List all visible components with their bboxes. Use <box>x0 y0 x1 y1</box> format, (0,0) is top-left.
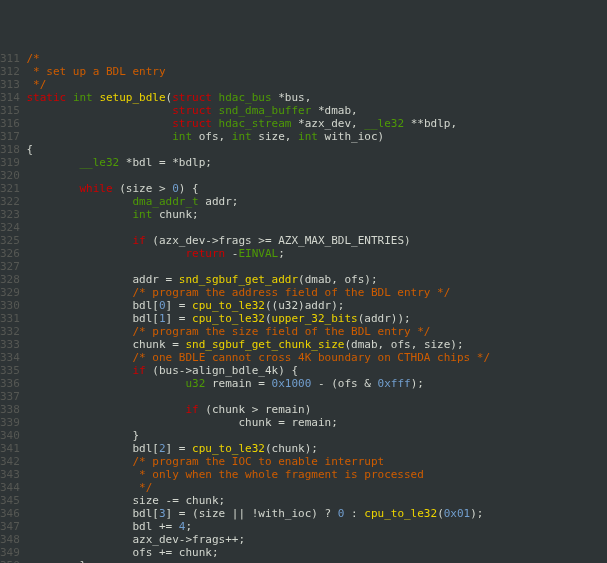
code-token <box>27 364 133 377</box>
line-number: 324 <box>0 221 27 234</box>
code-token: hdac_stream <box>219 117 292 130</box>
code-line[interactable]: 312 * set up a BDL entry <box>0 65 607 78</box>
code-line[interactable]: 329 /* program the address field of the … <box>0 286 607 299</box>
code-token: (chunk); <box>265 442 318 455</box>
code-token: 0 <box>172 182 179 195</box>
code-token: ofs += chunk; <box>27 546 219 559</box>
code-line[interactable]: 311 /* <box>0 52 607 65</box>
code-token: snd_sgbuf_get_addr <box>179 273 298 286</box>
code-line[interactable]: 318 { <box>0 143 607 156</box>
code-token <box>27 208 133 221</box>
line-number: 348 <box>0 533 27 546</box>
code-line[interactable]: 334 /* one BDLE cannot cross 4K boundary… <box>0 351 607 364</box>
code-token: 0x1000 <box>272 377 312 390</box>
code-token: 0xfff <box>378 377 411 390</box>
code-token: /* program the IOC to enable interrupt <box>132 455 384 468</box>
code-token: ( <box>437 507 444 520</box>
code-line[interactable]: 323 int chunk; <box>0 208 607 221</box>
code-line[interactable]: 314 static int setup_bdle(struct hdac_bu… <box>0 91 607 104</box>
code-line[interactable]: 336 u32 remain = 0x1000 - (ofs & 0xfff); <box>0 377 607 390</box>
code-line[interactable]: 349 ofs += chunk; <box>0 546 607 559</box>
code-token: if <box>132 364 145 377</box>
code-token: chunk = remain; <box>27 416 338 429</box>
code-line[interactable]: 340 } <box>0 429 607 442</box>
code-line[interactable]: 319 __le32 *bdl = *bdlp; <box>0 156 607 169</box>
code-line[interactable]: 317 int ofs, int size, int with_ioc) <box>0 130 607 143</box>
code-line[interactable]: 341 bdl[2] = cpu_to_le32(chunk); <box>0 442 607 455</box>
code-token: cpu_to_le32 <box>192 312 265 325</box>
code-line[interactable]: 343 * only when the whole fragment is pr… <box>0 468 607 481</box>
code-line[interactable]: 325 if (azx_dev->frags >= AZX_MAX_BDL_EN… <box>0 234 607 247</box>
code-line[interactable]: 338 if (chunk > remain) <box>0 403 607 416</box>
code-token: while <box>79 182 112 195</box>
code-token: 2 <box>159 442 166 455</box>
code-token: addr; <box>199 195 239 208</box>
code-line[interactable]: 346 bdl[3] = (size || !with_ioc) ? 0 : c… <box>0 507 607 520</box>
code-line[interactable]: 333 chunk = snd_sgbuf_get_chunk_size(dma… <box>0 338 607 351</box>
code-line[interactable]: 345 size -= chunk; <box>0 494 607 507</box>
code-line[interactable]: 326 return -EINVAL; <box>0 247 607 260</box>
code-token: int <box>232 130 252 143</box>
code-line[interactable]: 313 */ <box>0 78 607 91</box>
code-line[interactable]: 316 struct hdac_stream *azx_dev, __le32 … <box>0 117 607 130</box>
code-token: /* program the size field of the BDL ent… <box>132 325 430 338</box>
code-token: (addr)); <box>358 312 411 325</box>
code-token <box>212 104 219 117</box>
code-line[interactable]: 332 /* program the size field of the BDL… <box>0 325 607 338</box>
code-token: int <box>73 91 93 104</box>
code-token: EINVAL <box>238 247 278 260</box>
line-number: 343 <box>0 468 27 481</box>
line-number: 335 <box>0 364 27 377</box>
code-token: if <box>185 403 198 416</box>
code-line[interactable]: 344 */ <box>0 481 607 494</box>
code-token <box>27 286 133 299</box>
code-line[interactable]: 328 addr = snd_sgbuf_get_addr(dmab, ofs)… <box>0 273 607 286</box>
code-token: - <box>225 247 238 260</box>
code-line[interactable]: 339 chunk = remain; <box>0 416 607 429</box>
line-number: 333 <box>0 338 27 351</box>
line-number: 347 <box>0 520 27 533</box>
code-token: ((u32)addr); <box>265 299 344 312</box>
code-line[interactable]: 320 <box>0 169 607 182</box>
code-token <box>27 481 133 494</box>
code-token <box>27 156 80 169</box>
code-token: ] = <box>166 312 193 325</box>
line-number: 341 <box>0 442 27 455</box>
line-number: 344 <box>0 481 27 494</box>
code-viewport[interactable]: 311 /*312 * set up a BDL entry313 */314 … <box>0 52 607 563</box>
code-token: - (ofs & <box>311 377 377 390</box>
code-token: *dmab, <box>311 104 357 117</box>
code-token: ) { <box>179 182 199 195</box>
code-line[interactable]: 348 azx_dev->frags++; <box>0 533 607 546</box>
line-number: 322 <box>0 195 27 208</box>
code-line[interactable]: 321 while (size > 0) { <box>0 182 607 195</box>
code-token: with_ioc) <box>318 130 384 143</box>
code-token <box>27 234 133 247</box>
code-token <box>212 117 219 130</box>
code-line[interactable]: 337 <box>0 390 607 403</box>
line-number: 342 <box>0 455 27 468</box>
code-token: hdac_bus <box>219 91 272 104</box>
code-token: upper_32_bits <box>272 312 358 325</box>
code-token: */ <box>27 78 47 91</box>
code-token: snd_sgbuf_get_chunk_size <box>185 338 344 351</box>
code-token: * set up a BDL entry <box>27 65 166 78</box>
code-line[interactable]: 315 struct snd_dma_buffer *dmab, <box>0 104 607 117</box>
code-line[interactable]: 350 } <box>0 559 607 563</box>
line-number: 331 <box>0 312 27 325</box>
code-line[interactable]: 335 if (bus->align_bdle_4k) { <box>0 364 607 377</box>
code-token: int <box>132 208 152 221</box>
code-line[interactable]: 330 bdl[0] = cpu_to_le32((u32)addr); <box>0 299 607 312</box>
code-line[interactable]: 327 <box>0 260 607 273</box>
code-line[interactable]: 347 bdl += 4; <box>0 520 607 533</box>
code-line[interactable]: 322 dma_addr_t addr; <box>0 195 607 208</box>
code-line[interactable]: 342 /* program the IOC to enable interru… <box>0 455 607 468</box>
code-token <box>27 130 173 143</box>
line-number: 315 <box>0 104 27 117</box>
line-number: 317 <box>0 130 27 143</box>
code-line[interactable]: 331 bdl[1] = cpu_to_le32(upper_32_bits(a… <box>0 312 607 325</box>
code-token <box>27 468 133 481</box>
code-token: addr = <box>27 273 179 286</box>
code-line[interactable]: 324 <box>0 221 607 234</box>
code-token: bdl[ <box>27 507 159 520</box>
